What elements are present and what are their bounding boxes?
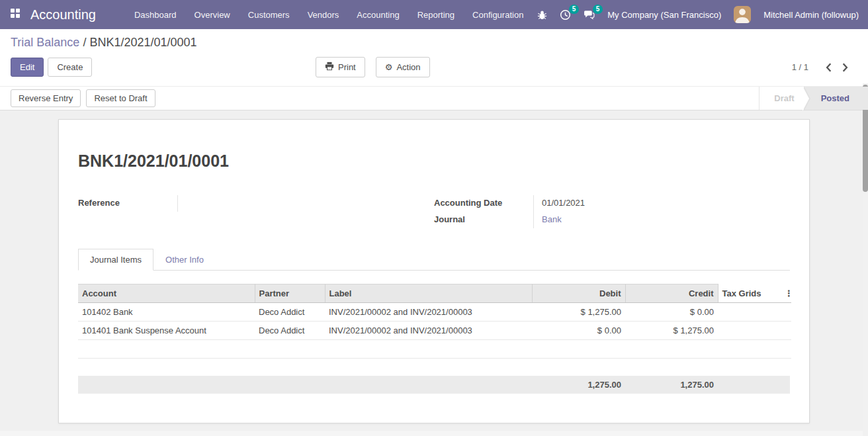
control-panel: Trial Balance / BNK1/2021/01/0001 Edit C… [0,29,868,86]
user-menu[interactable]: Mitchell Admin (followup) [763,10,859,20]
total-credit: 1,275.00 [625,380,718,390]
journal-items-table: Account Partner Label Debit Credit Tax G… [78,284,791,359]
optional-columns-toggle-icon[interactable]: ⋮ [781,284,791,303]
breadcrumb-separator: / [79,36,89,49]
debug-bug-icon[interactable] [537,10,547,20]
pager: 1 / 1 [792,62,857,72]
table-empty-row[interactable] [78,340,791,359]
user-avatar[interactable] [734,6,751,23]
cell-label: INV/2021/00002 and INV/2021/00003 [325,303,532,322]
page: Accounting Dashboard Overview Customers … [0,0,868,436]
cell-partner: Deco Addict [255,303,325,322]
cell-tax-grids [718,322,781,340]
notebook-tabs: Journal Items Other Info [78,248,790,271]
cell-partner: Deco Addict [255,322,325,340]
column-header-partner[interactable]: Partner [255,284,325,303]
total-debit: 1,275.00 [532,380,625,390]
messages-chat-icon[interactable]: 5 [584,9,595,21]
activities-badge: 5 [569,5,580,14]
action-button-label: Action [396,62,420,72]
column-header-debit[interactable]: Debit [532,284,625,303]
journal-label: Journal [434,212,533,228]
menu-overview[interactable]: Overview [195,10,230,20]
entry-title: BNK1/2021/01/0001 [78,152,790,171]
cell-debit: $ 1,275.00 [532,303,625,322]
horizontal-scrollbar[interactable] [0,431,863,436]
menu-dashboard[interactable]: Dashboard [134,10,177,20]
cell-debit: $ 0.00 [532,322,625,340]
reference-label: Reference [78,195,177,212]
main-menu: Dashboard Overview Customers Vendors Acc… [134,10,523,20]
reference-field-row: Reference [78,195,434,212]
cell-account: 101401 Bank Suspense Account [78,322,255,340]
app-brand[interactable]: Accounting [30,7,96,22]
totals-row: 1,275.00 1,275.00 [78,376,790,394]
action-button[interactable]: ⚙ Action [376,57,430,77]
tab-journal-items[interactable]: Journal Items [78,249,153,271]
column-header-account[interactable]: Account [78,284,255,303]
column-header-credit[interactable]: Credit [625,284,718,303]
gear-icon: ⚙ [385,63,393,71]
cell-credit: $ 1,275.00 [625,322,718,340]
column-header-label[interactable]: Label [325,284,532,303]
menu-configuration[interactable]: Configuration [472,10,523,20]
apps-menu-button[interactable] [0,0,30,29]
accounting-date-label: Accounting Date [434,195,533,212]
create-button[interactable]: Create [48,58,92,77]
vertical-scrollbar[interactable] [863,83,868,436]
reference-value[interactable] [177,195,434,212]
journal-value-link[interactable]: Bank [533,212,790,228]
messages-badge: 5 [593,5,603,14]
reverse-entry-button[interactable]: Reverse Entry [11,89,81,107]
control-panel-buttons: Edit Create Print ⚙ Action [11,56,857,78]
form-sheet: BNK1/2021/01/0001 Reference Accounting D… [58,119,810,423]
print-button-label: Print [338,62,356,72]
cell-credit: $ 0.00 [625,303,718,322]
accounting-date-field-row: Accounting Date 01/01/2021 [434,195,790,212]
cell-tax-grids [718,303,781,322]
printer-icon [325,62,334,73]
cell-label: INV/2021/00002 and INV/2021/00003 [325,322,532,340]
reset-to-draft-button[interactable]: Reset to Draft [86,89,155,107]
top-navbar: Accounting Dashboard Overview Customers … [0,0,868,29]
cell-account: 101402 Bank [78,303,255,322]
journal-field-row: Journal Bank [434,212,790,228]
field-group: Reference Accounting Date 01/01/2021 Jou… [78,195,790,228]
status-step-draft[interactable]: Draft [760,87,803,110]
activities-clock-icon[interactable]: 5 [560,9,571,21]
breadcrumb: Trial Balance / BNK1/2021/01/0001 [11,36,857,50]
menu-reporting[interactable]: Reporting [417,10,455,20]
status-step-posted[interactable]: Posted [804,87,868,110]
pager-previous-icon[interactable] [826,63,832,72]
form-view-background: BNK1/2021/01/0001 Reference Accounting D… [0,110,868,436]
systray: 5 5 My Company (San Francisco) Mitchell … [537,6,859,23]
tab-other-info[interactable]: Other Info [153,249,216,271]
breadcrumb-current: BNK1/2021/01/0001 [89,36,196,49]
menu-vendors[interactable]: Vendors [308,10,339,20]
menu-customers[interactable]: Customers [248,10,290,20]
statusbar: Reverse Entry Reset to Draft Draft Poste… [0,86,868,110]
table-row[interactable]: 101402 Bank Deco Addict INV/2021/00002 a… [78,303,791,322]
company-switcher[interactable]: My Company (San Francisco) [607,10,721,20]
status-steps: Draft Posted [759,87,868,110]
column-header-tax-grids[interactable]: Tax Grids [718,284,781,303]
edit-button[interactable]: Edit [11,58,44,77]
breadcrumb-parent[interactable]: Trial Balance [11,36,79,49]
table-row[interactable]: 101401 Bank Suspense Account Deco Addict… [78,322,791,340]
apps-grid-icon [11,9,20,21]
menu-accounting[interactable]: Accounting [357,10,399,20]
table-header-row: Account Partner Label Debit Credit Tax G… [78,284,791,303]
print-button[interactable]: Print [316,57,365,77]
pager-next-icon[interactable] [842,63,848,72]
accounting-date-value[interactable]: 01/01/2021 [533,195,790,212]
pager-counter: 1 / 1 [792,62,808,72]
